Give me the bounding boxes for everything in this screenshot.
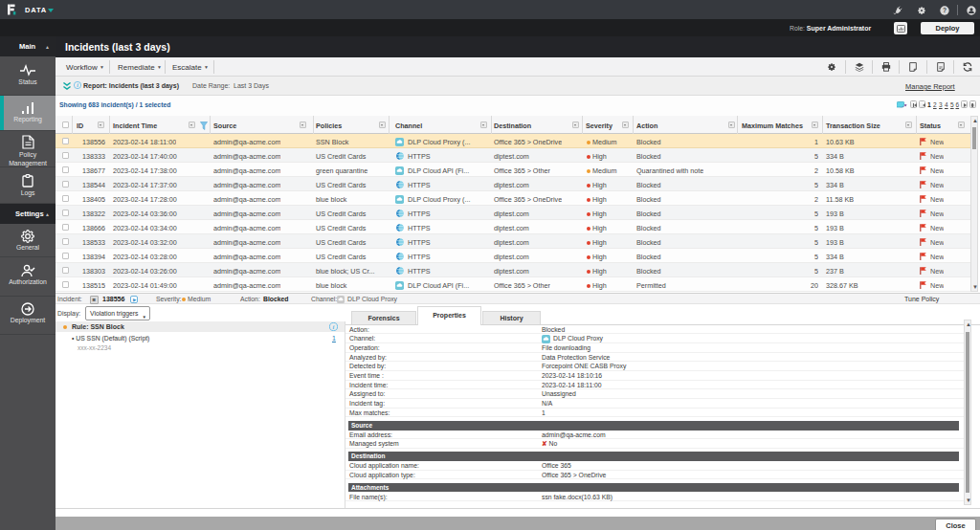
svg-text:i: i [77,82,78,88]
svg-text:?: ? [943,7,947,13]
svg-text:i: i [333,323,335,330]
